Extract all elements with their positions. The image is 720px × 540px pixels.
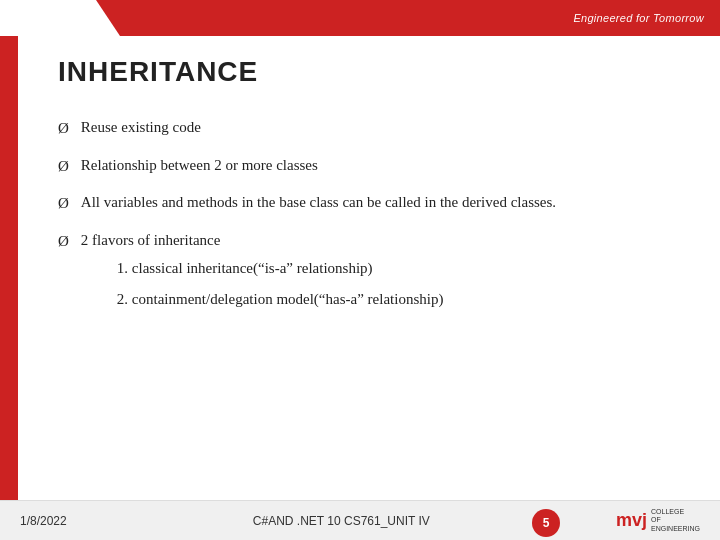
bullet-item-3: Ø All variables and methods in the base … [58, 191, 680, 215]
footer-bar: 1/8/2022 C#AND .NET 10 CS761_UNIT IV 5 m… [0, 500, 720, 540]
logo-mvj-text: mvj [616, 510, 647, 531]
bullet-text-4: 2 flavors of inheritance 1. classical in… [81, 229, 680, 319]
slide-content: INHERITANCE Ø Reuse existing code Ø Rela… [18, 36, 720, 500]
left-accent-bar [0, 36, 18, 500]
mvj-logo: mvj COLLEGEOFENGINEERING [616, 508, 700, 533]
sub-list: 1. classical inheritance(“is-a” relation… [117, 257, 680, 310]
logo-college-text: COLLEGEOFENGINEERING [651, 508, 700, 533]
bullet-arrow-1: Ø [58, 117, 69, 140]
sub-item-2: 2. containment/delegation model(“has-a” … [117, 288, 680, 311]
bullet-arrow-4: Ø [58, 230, 69, 253]
bullet-arrow-2: Ø [58, 155, 69, 178]
page-number-badge: 5 [532, 509, 560, 537]
top-banner: Engineered for Tomorrow [0, 0, 720, 36]
bullet-item-1: Ø Reuse existing code [58, 116, 680, 140]
bullet-item-4: Ø 2 flavors of inheritance 1. classical … [58, 229, 680, 319]
footer-logo-area: 5 mvj COLLEGEOFENGINEERING [616, 508, 700, 533]
footer-date: 1/8/2022 [20, 514, 67, 528]
bullet-arrow-3: Ø [58, 192, 69, 215]
bullet-text-3: All variables and methods in the base cl… [81, 191, 680, 214]
slide-title: INHERITANCE [58, 56, 680, 88]
bullet-item-2: Ø Relationship between 2 or more classes [58, 154, 680, 178]
bullet-text-2: Relationship between 2 or more classes [81, 154, 680, 177]
bullet-text-1: Reuse existing code [81, 116, 680, 139]
banner-tagline: Engineered for Tomorrow [573, 0, 704, 36]
bullet-list: Ø Reuse existing code Ø Relationship bet… [58, 116, 680, 318]
sub-item-1: 1. classical inheritance(“is-a” relation… [117, 257, 680, 280]
